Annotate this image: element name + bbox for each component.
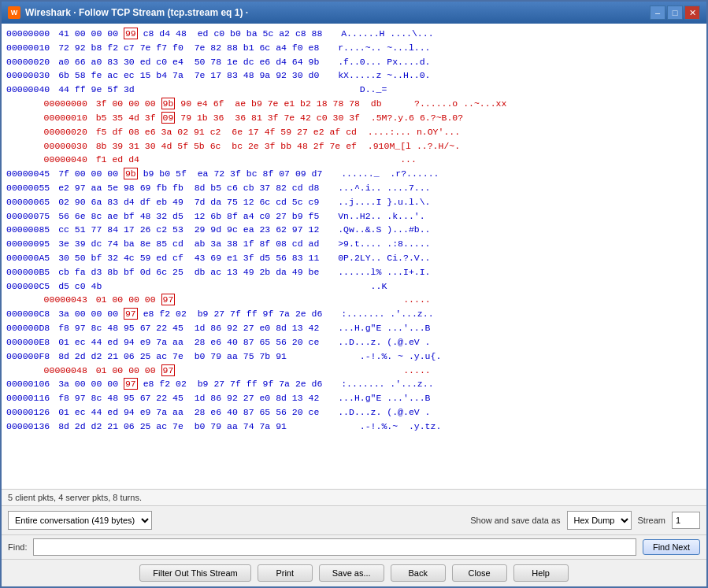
maximize-button[interactable]: □	[667, 6, 683, 20]
ascii: .f..0... Px....d.	[338, 55, 430, 69]
save-as-label: Show and save data as	[470, 516, 560, 525]
offset: 00000136	[6, 420, 55, 434]
hex-line: 00000075 56 6e 8c ae bf 48 32 d5 12 6b 8…	[6, 209, 702, 224]
hex-line: 000000C8 3a 00 00 00 97 e8 f2 02 b9 27 7…	[6, 307, 702, 321]
title-bar-left: W Wireshark · Follow TCP Stream (tcp.str…	[8, 6, 248, 19]
find-input[interactable]	[33, 538, 636, 556]
ascii: ..K	[371, 279, 387, 294]
find-row: Find: Find Next	[2, 535, 706, 560]
ascii: r....~.. ~...l...	[338, 41, 430, 55]
hex-bytes: 8d 2d d2 21 06 25 ac 7e b0 79 aa 74 7a 9…	[58, 420, 352, 434]
offset: 00000043	[22, 293, 93, 307]
ascii: .....	[403, 293, 431, 307]
ascii: ..j....I }.u.l.\.	[338, 195, 430, 209]
offset: 00000040	[6, 83, 55, 97]
ascii: >9.t.... .:8.....	[338, 237, 430, 251]
title-controls: – □ ✕	[650, 6, 700, 20]
offset: 00000020	[22, 125, 93, 139]
close-window-button[interactable]: ✕	[684, 6, 700, 20]
hex-bytes: 01 ec 44 ed 94 e9 7a aa 28 e6 40 87 65 5…	[58, 335, 330, 349]
hex-line: 000000C5 d5 c0 4b ..K	[6, 279, 702, 294]
offset: 000000A5	[6, 251, 55, 265]
server-indent-line: 00000020 f5 df 08 e6 3a 02 91 c2 6e 17 4…	[6, 125, 702, 139]
ascii: .-!.%. ~ .y.u{.	[360, 349, 442, 364]
main-window: W Wireshark · Follow TCP Stream (tcp.str…	[0, 0, 708, 588]
highlight: 97	[124, 308, 138, 320]
offset: 00000000	[6, 27, 55, 41]
server-indent-line: 00000040 f1 ed d4 ...	[6, 153, 702, 167]
hex-line: 00000126 01 ec 44 ed 94 e9 7a aa 28 e6 4…	[6, 405, 702, 420]
ascii: ..D...z. (.@.eV .	[338, 335, 430, 349]
offset: 00000075	[6, 209, 55, 224]
controls-row: Entire conversation (419 bytes) Show and…	[2, 506, 706, 535]
offset: 000000C5	[6, 279, 55, 294]
ascii: ......l% ...I+.I.	[338, 265, 430, 279]
conversation-filter-select[interactable]: Entire conversation (419 bytes)	[8, 511, 152, 530]
ascii: db ?......o ..~...xx	[371, 97, 507, 111]
ascii: ...H.g"E ...'...B	[338, 391, 430, 405]
hex-bytes: 8d 2d d2 21 06 25 ac 7e b0 79 aa 75 7b 9…	[58, 349, 352, 364]
hex-display[interactable]: 00000000 41 00 00 00 99 c8 d4 48 ed c0 b…	[2, 24, 706, 490]
offset: 00000095	[6, 237, 55, 251]
title-bar: W Wireshark · Follow TCP Stream (tcp.str…	[2, 2, 706, 24]
hex-line: 00000030 6b 58 fe ac ec 15 b4 7a 7e 17 8…	[6, 68, 702, 83]
hex-bytes: b5 35 4d 3f 09 79 1b 36 36 81 3f 7e 42 c…	[96, 111, 371, 125]
hex-line: 00000136 8d 2d d2 21 06 25 ac 7e b0 79 a…	[6, 420, 702, 434]
offset: 00000045	[6, 167, 55, 181]
offset: 00000116	[6, 391, 55, 405]
offset: 00000010	[22, 111, 93, 125]
server-indent-line: 00000000 3f 00 00 00 9b 90 e4 6f ae b9 7…	[6, 97, 702, 111]
offset: 00000000	[22, 97, 93, 111]
ascii: :....... .'...z..	[341, 377, 433, 391]
hex-bytes: 3e 39 dc 74 ba 8e 85 cd ab 3a 38 1f 8f 0…	[58, 237, 330, 251]
hex-line: 00000085 cc 51 77 84 17 26 c2 53 29 9d 9…	[6, 223, 702, 237]
hex-bytes: 3a 00 00 00 97 e8 f2 02 b9 27 7f ff 9f 7…	[58, 307, 333, 321]
hex-bytes: 3a 00 00 00 97 e8 f2 02 b9 27 7f ff 9f 7…	[58, 377, 333, 391]
filter-out-stream-button[interactable]: Filter Out This Stream	[139, 564, 250, 582]
hex-line: 00000000 41 00 00 00 99 c8 d4 48 ed c0 b…	[6, 27, 702, 41]
stream-input[interactable]	[672, 512, 700, 529]
hex-bytes: 44 ff 9e 5f 3d	[58, 83, 352, 97]
hex-bytes: 6b 58 fe ac ec 15 b4 7a 7e 17 83 48 9a 9…	[58, 68, 330, 83]
hex-bytes: a0 66 a0 83 30 ed c0 e4 50 78 1e dc e6 d…	[58, 55, 330, 69]
offset: 000000F8	[6, 349, 55, 364]
stream-label: Stream	[638, 516, 665, 525]
ascii: :....... .'...z..	[341, 307, 433, 321]
minimize-button[interactable]: –	[650, 6, 665, 20]
print-button[interactable]: Print	[258, 564, 313, 582]
ascii: .Qw..&.S )...#b..	[338, 223, 430, 237]
highlight: 97	[161, 364, 176, 376]
hex-bytes: f8 97 8c 48 95 67 22 45 1d 86 92 27 e0 8…	[58, 321, 330, 335]
ascii: ..D...z. (.@.eV .	[338, 405, 430, 420]
offset: 00000040	[22, 153, 93, 167]
hex-line: 00000010 72 92 b8 f2 c7 7e f7 f0 7e 82 8…	[6, 41, 702, 55]
hex-bytes: 01 ec 44 ed 94 e9 7a aa 28 e6 40 87 65 5…	[58, 405, 330, 420]
status-text: 5 client pkts, 4 server pkts, 8 turns.	[8, 493, 142, 502]
help-button[interactable]: Help	[513, 564, 569, 582]
offset: 00000048	[22, 364, 93, 378]
hex-bytes: e2 97 aa 5e 98 69 fb fb 8d b5 c6 cb 37 8…	[58, 181, 330, 195]
hex-bytes: d5 c0 4b	[58, 279, 362, 294]
highlight: 99	[124, 28, 138, 39]
hex-bytes: 01 00 00 00 97	[96, 364, 404, 378]
hex-line: 000000B5 cb fa d3 8b bf 0d 6c 25 db ac 1…	[6, 265, 702, 279]
save-as-select[interactable]: Hex Dump	[567, 511, 632, 530]
ascii: ....:... n.OY'...	[368, 125, 460, 139]
hex-bytes: 30 50 bf 32 4c 59 ed cf 43 69 e1 3f d5 5…	[58, 251, 330, 265]
back-button[interactable]: Back	[391, 564, 446, 582]
hex-bytes: f8 97 8c 48 95 67 22 45 1d 86 92 27 e0 8…	[58, 391, 330, 405]
status-bar: 5 client pkts, 4 server pkts, 8 turns.	[2, 490, 706, 506]
content-area: 00000000 41 00 00 00 99 c8 d4 48 ed c0 b…	[2, 24, 706, 586]
highlight: 97	[161, 294, 176, 305]
hex-bytes: 02 90 6a 83 d4 df eb 49 7d da 75 12 6c c…	[58, 195, 330, 209]
hex-line: 00000045 7f 00 00 00 9b b9 b0 5f ea 72 3…	[6, 167, 702, 181]
hex-bytes: 01 00 00 00 97	[96, 293, 404, 307]
find-next-button[interactable]: Find Next	[643, 539, 700, 555]
offset: 00000030	[6, 68, 55, 83]
save-as-button[interactable]: Save as...	[319, 564, 384, 582]
hex-line: 00000040 44 ff 9e 5f 3d D.._=	[6, 83, 702, 97]
highlight: 9b	[124, 168, 138, 179]
close-button[interactable]: Close	[452, 564, 507, 582]
offset: 00000085	[6, 223, 55, 237]
offset: 000000C8	[6, 307, 55, 321]
